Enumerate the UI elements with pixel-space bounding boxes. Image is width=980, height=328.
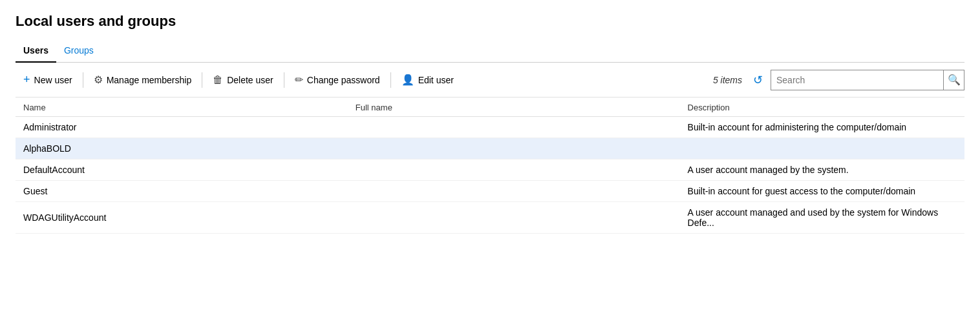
cell-description-1 [680, 138, 964, 159]
cell-description-0: Built-in account for administering the c… [680, 117, 964, 138]
page: Local users and groups Users Groups + Ne… [0, 0, 980, 328]
cell-name-3: Guest [16, 181, 348, 202]
edit-user-button[interactable]: 👤 Edit user [394, 70, 462, 90]
users-table: Name Full name Description Administrator… [16, 97, 964, 234]
search-box: 🔍 [771, 70, 964, 90]
refresh-icon: ↺ [753, 73, 763, 87]
table-header-row: Name Full name Description [16, 97, 964, 117]
person-icon: 👤 [401, 74, 414, 86]
cell-fullname-4 [348, 202, 680, 234]
table-row[interactable]: GuestBuilt-in account for guest access t… [16, 181, 964, 202]
items-count: 5 items [713, 75, 742, 85]
cell-fullname-3 [348, 181, 680, 202]
column-header-description: Description [680, 97, 964, 117]
table-row[interactable]: AlphaBOLD [16, 138, 964, 159]
cell-fullname-1 [348, 138, 680, 159]
tab-groups[interactable]: Groups [56, 40, 101, 62]
trash-icon: 🗑 [213, 74, 223, 86]
edit-user-label: Edit user [418, 75, 454, 85]
cell-name-4: WDAGUtilityAccount [16, 202, 348, 234]
column-header-name: Name [16, 97, 348, 117]
manage-membership-button[interactable]: ⚙ Manage membership [86, 70, 200, 90]
change-password-button[interactable]: ✏ Change password [287, 70, 388, 90]
manage-membership-label: Manage membership [107, 75, 192, 85]
cell-description-2: A user account managed by the system. [680, 159, 964, 181]
page-title: Local users and groups [16, 13, 964, 30]
tab-users[interactable]: Users [16, 40, 56, 62]
cell-fullname-0 [348, 117, 680, 138]
table-row[interactable]: DefaultAccountA user account managed by … [16, 159, 964, 181]
divider-1 [83, 72, 83, 88]
pencil-icon: ✏ [295, 74, 303, 86]
cell-description-3: Built-in account for guest access to the… [680, 181, 964, 202]
new-user-label: New user [34, 75, 72, 85]
gear-icon: ⚙ [94, 74, 103, 86]
cell-name-1: AlphaBOLD [16, 138, 348, 159]
table-row[interactable]: AdministratorBuilt-in account for admini… [16, 117, 964, 138]
refresh-button[interactable]: ↺ [747, 70, 768, 90]
divider-2 [202, 72, 202, 88]
search-button[interactable]: 🔍 [943, 70, 964, 90]
divider-3 [284, 72, 284, 88]
change-password-label: Change password [307, 75, 380, 85]
cell-description-4: A user account managed and used by the s… [680, 202, 964, 234]
toolbar: + New user ⚙ Manage membership 🗑 Delete … [16, 63, 964, 97]
search-input[interactable] [771, 70, 943, 90]
search-icon: 🔍 [948, 74, 961, 86]
divider-4 [390, 72, 391, 88]
column-header-fullname: Full name [348, 97, 680, 117]
cell-fullname-2 [348, 159, 680, 181]
delete-user-label: Delete user [227, 75, 273, 85]
plus-icon: + [23, 73, 30, 87]
delete-user-button[interactable]: 🗑 Delete user [205, 70, 281, 90]
table-row[interactable]: WDAGUtilityAccountA user account managed… [16, 202, 964, 234]
new-user-button[interactable]: + New user [16, 69, 80, 90]
cell-name-0: Administrator [16, 117, 348, 138]
cell-name-2: DefaultAccount [16, 159, 348, 181]
tabs: Users Groups [16, 40, 964, 63]
